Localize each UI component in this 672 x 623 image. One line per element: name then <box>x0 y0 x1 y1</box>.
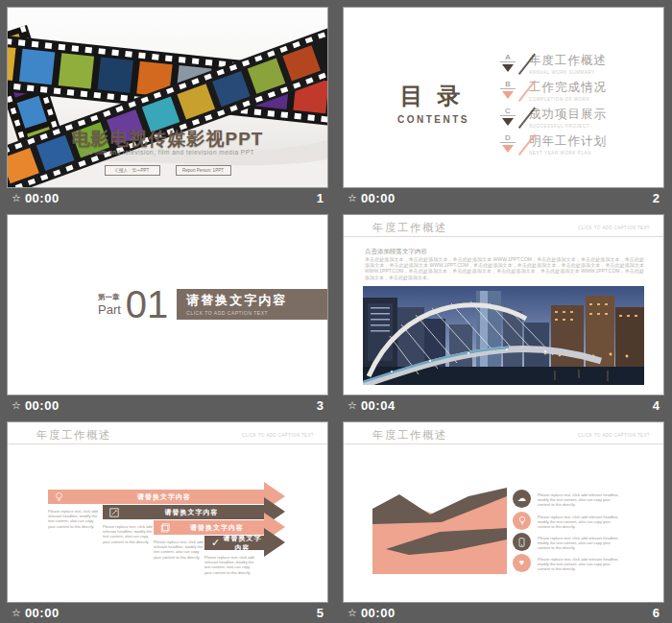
slide-3-footer: ☆ 00:00 3 <box>8 395 327 416</box>
content-slide-shapes[interactable]: 年度工作概述 CLICK TO ADD CAPTION TEXT ☁ Pleas… <box>344 422 663 602</box>
presentation-subtitle: The film and television, film and televi… <box>8 149 327 156</box>
slide-thumbnail-1[interactable]: 电影电视传媒影视PPT The film and television, fil… <box>8 8 327 208</box>
layers-icon <box>159 522 170 533</box>
cloud-icon: ☁ <box>513 490 531 508</box>
slide-number: 5 <box>317 606 324 620</box>
toc-item-title: 工作完成情况 <box>529 80 607 96</box>
slide-header-title: 年度工作概述 <box>372 428 447 443</box>
feature-item-4: ♥ Please replace text, click add relevan… <box>513 554 622 572</box>
header-divider <box>344 443 663 444</box>
presenter-label-button: 汇报人：第一PPT <box>105 165 160 176</box>
arrow-step-2: 请替换文字内容 <box>103 505 264 519</box>
timing-star-icon: ☆ <box>348 400 357 411</box>
smartphone-icon <box>513 533 531 551</box>
feature-note: Please replace text, click add relevant … <box>538 536 622 551</box>
arrow-label: 请替换文字内容 <box>64 492 264 502</box>
feature-item-2: Please replace text, click add relevant … <box>513 512 622 530</box>
content-slide-arrows[interactable]: 年度工作概述 CLICK TO ADD CAPTION TEXT 请替换文字内容… <box>8 422 327 602</box>
arrow-label: 请替换文字内容 <box>170 523 264 533</box>
slide-1-footer: ☆ 00:00 1 <box>8 187 327 208</box>
timing-star-icon: ☆ <box>12 400 21 411</box>
toc-item-c: C 成功项目展示 SUCCESSFUL PROJECT <box>495 107 607 132</box>
toc-item-caption: ANNUAL WORK SUMMARY <box>529 70 607 75</box>
arrow-note-1: Please replace text, click add relevant … <box>48 509 98 529</box>
chapter-label: 第一章 <box>98 293 121 302</box>
section-block: 第一章 Part 01 请替换文字内容 CLICK TO ADD CAPTION… <box>98 288 327 321</box>
slide-thumbnail-2[interactable]: 目 录 CONTENTS A 年度工作概述 ANNUAL WORK SUMMAR… <box>344 8 663 208</box>
lightbulb-icon <box>54 491 64 502</box>
slide-thumbnail-3[interactable]: 第一章 Part 01 请替换文字内容 CLICK TO ADD CAPTION… <box>8 215 327 416</box>
header-divider <box>344 236 663 237</box>
content-slide-photo[interactable]: 年度工作概述 CLICK TO ADD CAPTION TEXT 点击添加段落文… <box>344 215 663 395</box>
toc-title: 目 录 <box>397 81 467 111</box>
arrow-label: 请替换文字内容 <box>119 508 264 517</box>
slide-header-caption: CLICK TO ADD CAPTION TEXT <box>578 433 650 438</box>
toc-item-caption: SUCCESSFUL PROJECT <box>529 124 607 129</box>
heart-icon: ♥ <box>513 554 531 572</box>
film-strip-graphic <box>8 8 327 187</box>
lightbulb-icon <box>513 512 531 530</box>
body-paragraph: 单击此处添加文本，单击此处添加文本，单击此处添加文本 WWW.1PPT.COM，… <box>365 256 644 280</box>
slide-sorter-grid: 电影电视传媒影视PPT The film and television, fil… <box>0 0 672 623</box>
toc-item-title: 明年工作计划 <box>529 133 607 150</box>
timing-star-icon: ☆ <box>12 608 21 618</box>
toc-letter: D <box>495 133 520 142</box>
section-slide[interactable]: 第一章 Part 01 请替换文字内容 CLICK TO ADD CAPTION… <box>8 215 327 395</box>
arrow-step-4: ✓ 请替换文字内容 <box>204 536 264 550</box>
checkmark-icon: ✓ <box>210 538 221 548</box>
slide-timing: 00:00 <box>25 606 60 620</box>
slide-number: 4 <box>653 398 660 413</box>
section-number: 01 <box>126 288 169 321</box>
timing-star-icon: ☆ <box>348 608 357 618</box>
slide-2-footer: ☆ 00:00 2 <box>344 187 663 208</box>
slide-thumbnail-6[interactable]: 年度工作概述 CLICK TO ADD CAPTION TEXT ☁ Pleas… <box>344 422 663 623</box>
arrow-note-4: Please replace text, click add relevant … <box>204 555 254 575</box>
slide-number: 6 <box>653 606 660 620</box>
edit-icon <box>108 507 119 517</box>
toc-letter: C <box>495 107 520 115</box>
bridge-cityscape-photo <box>363 286 644 385</box>
section-caption-en: CLICK TO ADD CAPTION TEXT <box>186 310 318 316</box>
toc-marker-triangle-icon: B <box>495 80 520 103</box>
slide-number: 3 <box>317 398 324 413</box>
slide-thumbnail-5[interactable]: 年度工作概述 CLICK TO ADD CAPTION TEXT 请替换文字内容… <box>8 422 327 623</box>
toc-subtitle: CONTENTS <box>397 114 467 125</box>
timing-star-icon: ☆ <box>348 193 357 204</box>
body-title: 点击添加段落文字内容 <box>365 248 427 256</box>
arrow-note-3: Please replace text, click add relevant … <box>154 539 204 560</box>
slide-header-title: 年度工作概述 <box>372 221 447 235</box>
slide-number: 1 <box>317 191 324 205</box>
title-slide[interactable]: 电影电视传媒影视PPT The film and television, fil… <box>8 8 327 187</box>
toc-title-block: 目 录 CONTENTS <box>397 81 467 125</box>
arrow-label: 请替换文字内容 <box>221 534 264 553</box>
toc-item-a: A 年度工作概述 ANNUAL WORK SUMMARY <box>495 53 607 78</box>
slide-timing: 00:00 <box>25 398 60 413</box>
feature-note: Please replace text, click add relevant … <box>538 492 622 508</box>
toc-item-b: B 工作完成情况 COMPLETION OF WORK <box>495 80 607 105</box>
toc-item-title: 成功项目展示 <box>529 107 607 123</box>
slide-timing: 00:00 <box>361 606 396 620</box>
slide-timing: 00:00 <box>25 191 60 205</box>
slide-timing: 00:00 <box>361 191 396 205</box>
feature-note: Please replace text, click add relevant … <box>538 557 622 572</box>
section-caption-bar: 请替换文字内容 CLICK TO ADD CAPTION TEXT <box>177 289 327 320</box>
slide-4-footer: ☆ 00:04 4 <box>344 395 663 416</box>
toc-marker-triangle-icon: C <box>495 107 520 130</box>
feature-item-3: Please replace text, click add relevant … <box>513 533 622 551</box>
report-person-button: Report Person: 1PPT <box>176 165 231 176</box>
slide-number: 2 <box>653 191 660 205</box>
slide-header-title: 年度工作概述 <box>36 428 111 443</box>
toc-item-d: D 明年工作计划 NEXT YEAR WORK PLAN <box>495 133 607 158</box>
toc-letter: A <box>495 53 520 61</box>
arrow-step-1: 请替换文字内容 <box>48 490 264 504</box>
contents-slide[interactable]: 目 录 CONTENTS A 年度工作概述 ANNUAL WORK SUMMAR… <box>344 8 663 187</box>
slide-thumbnail-4[interactable]: 年度工作概述 CLICK TO ADD CAPTION TEXT 点击添加段落文… <box>344 215 663 416</box>
slide-6-footer: ☆ 00:00 6 <box>344 602 663 623</box>
arrow-note-2: Please replace text, click add relevant … <box>103 524 153 544</box>
toc-marker-triangle-icon: A <box>495 53 520 76</box>
slide-5-footer: ☆ 00:00 5 <box>8 602 327 623</box>
timing-star-icon: ☆ <box>12 193 21 204</box>
toc-letter: B <box>495 80 520 88</box>
feature-item-1: ☁ Please replace text, click add relevan… <box>513 490 622 508</box>
toc-marker-triangle-icon: D <box>495 133 520 156</box>
